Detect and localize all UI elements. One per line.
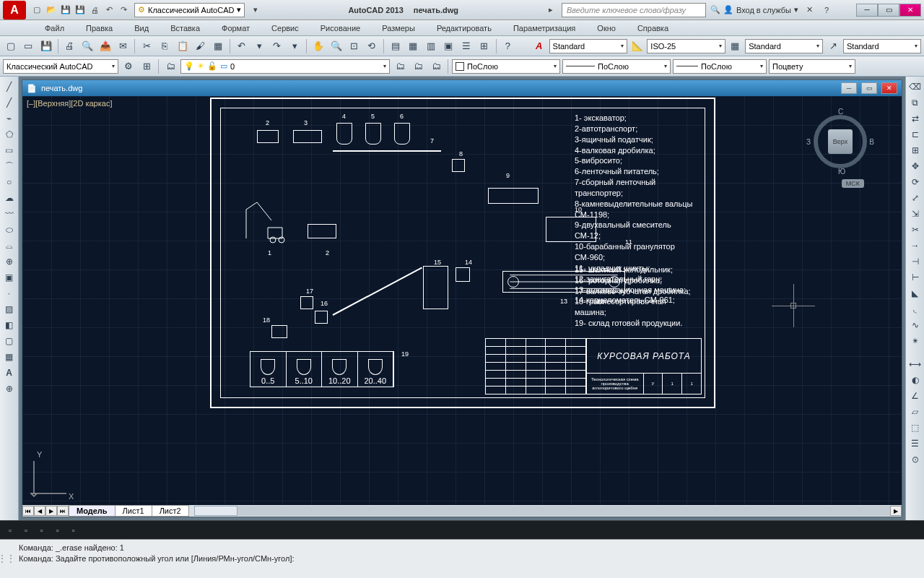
menu-window[interactable]: Окно — [593, 22, 620, 34]
point-icon[interactable]: · — [2, 286, 17, 301]
new-icon[interactable]: ▢ — [30, 4, 43, 17]
polygon-icon[interactable]: ⬠ — [2, 127, 17, 142]
app-menu-icon[interactable]: A — [3, 1, 26, 20]
mtext-icon[interactable]: A — [2, 366, 17, 380]
minimize-button[interactable]: ─ — [856, 4, 878, 17]
close-button[interactable]: ✕ — [899, 4, 921, 17]
undo-icon[interactable]: ↶ — [234, 38, 250, 54]
sb-ortho[interactable]: ▫ — [53, 525, 62, 536]
sb-grid[interactable]: ▫ — [38, 525, 46, 536]
block-icon[interactable]: ▣ — [2, 270, 17, 285]
menu-file[interactable]: Файл — [40, 22, 69, 34]
rectangle-icon[interactable]: ▭ — [2, 143, 17, 158]
copy-icon[interactable]: ⧉ — [908, 95, 923, 110]
join-icon[interactable]: ⊢ — [908, 270, 923, 285]
array-icon[interactable]: ⊞ — [908, 143, 923, 158]
stretch-icon[interactable]: ⇲ — [908, 207, 923, 221]
viewcube-top[interactable]: Верх — [828, 129, 853, 154]
chamfer-icon[interactable]: ◣ — [908, 286, 923, 301]
layer-states-icon[interactable]: 🗂 — [410, 59, 426, 74]
addselected-icon[interactable]: ⊕ — [2, 381, 17, 396]
circle-icon[interactable]: ○ — [2, 175, 17, 189]
tab-model[interactable]: Модель — [69, 505, 116, 517]
undo-drop-icon[interactable]: ▾ — [251, 38, 267, 54]
sb-snap[interactable]: ▫ — [22, 525, 30, 536]
undo-icon[interactable]: ↶ — [103, 4, 116, 17]
spline-icon[interactable]: 〰 — [2, 207, 17, 221]
arc-icon[interactable]: ⌒ — [2, 159, 17, 173]
scale-icon[interactable]: ⤢ — [908, 191, 923, 205]
search-arrow-icon[interactable]: ▸ — [544, 4, 557, 17]
revcloud-icon[interactable]: ☁ — [2, 191, 17, 205]
mleaderstyle-combo[interactable]: Standard▾ — [843, 39, 921, 53]
plot-icon[interactable]: 🖨 — [88, 4, 101, 17]
ws-settings-icon[interactable]: ⚙ — [121, 59, 136, 74]
qat-dropdown-icon[interactable]: ▾ — [249, 4, 262, 17]
cmdline-handle-icon[interactable]: ⋮⋮ — [1, 540, 12, 578]
doc-close-button[interactable]: ✕ — [881, 82, 897, 94]
designcenter-icon[interactable]: ▦ — [405, 38, 421, 54]
signin-area[interactable]: 🔍 👤 Вход в службы ▾ — [710, 5, 798, 14]
line-icon[interactable]: ╱ — [2, 79, 17, 94]
erase-icon[interactable]: ⌫ — [908, 79, 923, 94]
hatch-icon[interactable]: ▨ — [2, 302, 17, 316]
viewcube-n[interactable]: С — [838, 108, 843, 116]
list-icon[interactable]: ☰ — [908, 436, 923, 451]
layer-combo[interactable]: 💡 ☀ 🔓 ▭ 0 ▾ — [180, 59, 390, 74]
menu-format[interactable]: Формат — [217, 22, 254, 34]
doc-minimize-button[interactable]: ─ — [841, 82, 857, 94]
publish-icon[interactable]: 📤 — [97, 38, 113, 54]
sheetset-icon[interactable]: ▣ — [441, 38, 457, 54]
viewcube-s[interactable]: Ю — [838, 168, 845, 176]
exchange-icon[interactable]: ✕ — [803, 4, 816, 17]
markup-icon[interactable]: ☰ — [458, 38, 474, 54]
volume-icon[interactable]: ⬚ — [908, 420, 923, 435]
tab-next-icon[interactable]: ▶ — [45, 506, 57, 516]
id-icon[interactable]: ⊙ — [908, 452, 923, 467]
cut-icon[interactable]: ✂ — [139, 38, 154, 54]
menu-draw[interactable]: Рисование — [316, 22, 365, 34]
ellipsearc-icon[interactable]: ⌓ — [2, 238, 17, 253]
viewcube-e[interactable]: В — [869, 138, 874, 146]
distance-icon[interactable]: ⟷ — [908, 357, 923, 371]
move-icon[interactable]: ✥ — [908, 159, 923, 173]
menu-modify[interactable]: Редактировать — [432, 22, 496, 34]
textstyle-icon[interactable]: A — [531, 38, 547, 54]
menu-view[interactable]: Вид — [130, 22, 153, 34]
insert-icon[interactable]: ⊕ — [2, 254, 17, 269]
region-icon[interactable]: ▢ — [2, 334, 17, 348]
copy-icon[interactable]: ⎘ — [157, 38, 173, 54]
paste-icon[interactable]: 📋 — [175, 38, 191, 54]
save-icon[interactable]: 💾 — [59, 4, 72, 17]
toolpalettes-icon[interactable]: ▥ — [423, 38, 439, 54]
hscroll-right-icon[interactable]: ▶ — [890, 506, 902, 516]
plot-icon[interactable]: 🖨 — [62, 38, 78, 54]
hscroll-thumb[interactable] — [194, 506, 237, 516]
redo-icon[interactable]: ↷ — [117, 4, 130, 17]
pan-icon[interactable]: ✋ — [310, 38, 326, 54]
hscrollbar[interactable] — [194, 506, 890, 516]
search-input[interactable]: Введите ключевое слово/фразу — [562, 3, 706, 17]
fillet-icon[interactable]: ◟ — [908, 302, 923, 316]
redo-icon[interactable]: ↷ — [269, 38, 285, 54]
textstyle-combo[interactable]: Standard▾ — [549, 39, 627, 53]
help-icon[interactable]: ? — [820, 4, 833, 17]
redo-drop-icon[interactable]: ▾ — [287, 38, 303, 54]
pline-icon[interactable]: ⌁ — [2, 111, 17, 126]
tab-layout2[interactable]: Лист2 — [152, 505, 189, 517]
color-combo[interactable]: ПоСлою▾ — [452, 59, 560, 74]
trim-icon[interactable]: ✂ — [908, 223, 923, 237]
tab-prev-icon[interactable]: ◀ — [34, 506, 45, 516]
menu-dimension[interactable]: Размеры — [378, 22, 419, 34]
saveas-icon[interactable]: 💾 — [74, 4, 87, 17]
command-line[interactable]: ⋮⋮ Команда: _.erase найдено: 1 Команда: … — [0, 539, 924, 578]
ws-save-icon[interactable]: ⊞ — [139, 59, 154, 74]
rotate-icon[interactable]: ⟳ — [908, 175, 923, 189]
break-icon[interactable]: ⊣ — [908, 254, 923, 269]
area-icon[interactable]: ▱ — [908, 405, 923, 419]
drawing-canvas[interactable]: [–][Верхняя][2D каркас] Верх С В Ю З МСК — [22, 96, 902, 517]
extend-icon[interactable]: → — [908, 238, 923, 253]
tab-layout1[interactable]: Лист1 — [115, 505, 152, 517]
tablestyle-combo[interactable]: Standard▾ — [745, 39, 823, 53]
tab-last-icon[interactable]: ⏭ — [57, 506, 69, 516]
